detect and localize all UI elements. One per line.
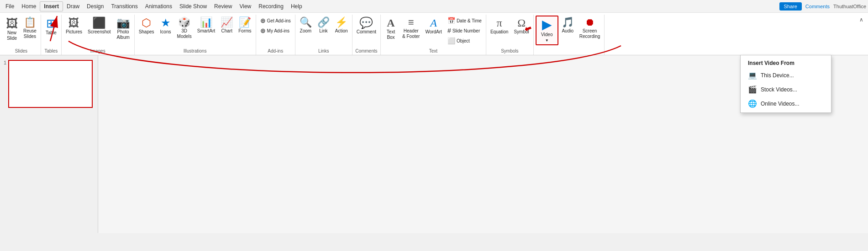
ribbon-content: 🖼 NewSlide 📋 ReuseSlides Slides ⊞ Table … [2,15,866,55]
comments-group-label: Comments [354,48,379,55]
media-group-items: ▶ Video ▼ 🎵 Audio ⏺ ScreenRecording [536,16,603,55]
date-time-button[interactable]: 📅 Date & Time [445,16,484,26]
reuse-slides-button[interactable]: 📋 ReuseSlides [21,16,39,41]
images-group-items: 🖼 Pictures ⬛ Screenshot 📷 PhotoAlbum [63,16,132,48]
text-group-items: A TextBox ≡ Header& Footer A WordArt 📅 D… [383,16,484,48]
action-button[interactable]: ⚡ Action [333,16,350,36]
this-device-item[interactable]: 💻 This Device... [741,68,831,82]
screen-recording-button[interactable]: ⏺ ScreenRecording [577,16,603,41]
my-addins-label: My Add-ins [267,28,289,33]
chart-button[interactable]: 📈 Chart [218,16,235,36]
zoom-button[interactable]: 🔍 Zoom [297,16,314,36]
new-slide-icon: 🖼 [6,17,18,29]
video-button[interactable]: ▶ Video ▼ [536,16,558,45]
menu-recording[interactable]: Recording [255,1,287,11]
slide-number-button[interactable]: # Slide Number [445,26,484,36]
wordart-button[interactable]: A WordArt [423,16,444,37]
addins-col: ⊕ Get Add-ins ⊕ My Add-ins [258,16,293,36]
text-extra-col: 📅 Date & Time # Slide Number ⬜ Object [445,16,484,46]
images-group-label: Images [63,48,132,55]
slides-group-items: 🖼 NewSlide 📋 ReuseSlides [4,16,39,48]
shapes-button[interactable]: ⬡ Shapes [137,16,157,37]
text-box-button[interactable]: A TextBox [383,16,399,42]
ribbon-collapse-button[interactable]: ∧ [857,16,865,24]
comment-label: Comment [357,29,376,35]
get-addins-button[interactable]: ⊕ Get Add-ins [258,16,293,26]
online-videos-item[interactable]: 🌐 Online Videos... [741,96,831,111]
menu-right-area: Share Comments ThuthuatOffice [779,2,867,11]
shapes-label: Shapes [139,29,154,35]
menu-home[interactable]: Home [18,1,40,11]
text-box-label: TextBox [387,29,395,40]
zoom-icon: 🔍 [300,17,312,27]
comment-button[interactable]: 💬 Comment [354,16,379,37]
stock-videos-icon: 🎬 [748,85,757,94]
comments-button[interactable]: Comments [805,4,830,9]
slide-thumbnail[interactable] [8,60,93,108]
chart-icon: 📈 [221,17,233,27]
icons-icon: ★ [161,17,171,28]
audio-button[interactable]: 🎵 Audio [559,16,576,36]
new-slide-button[interactable]: 🖼 NewSlide [4,16,20,43]
comments-group-items: 💬 Comment [354,16,379,48]
menu-review[interactable]: Review [210,1,236,11]
link-icon: 🔗 [317,17,330,27]
illustrations-group-items: ⬡ Shapes ★ Icons 🎲 3DModels 📊 SmartArt 📈 [137,16,254,48]
my-addins-button[interactable]: ⊕ My Add-ins [258,26,293,36]
stock-videos-item[interactable]: 🎬 Stock Videos... [741,82,831,96]
menu-view[interactable]: View [236,1,255,11]
screenshot-button[interactable]: ⬛ Screenshot [85,16,113,37]
link-button[interactable]: 🔗 Link [315,16,332,36]
menu-draw[interactable]: Draw [63,1,83,11]
ribbon-group-tables: ⊞ Table Tables [41,15,62,55]
screen-recording-label: ScreenRecording [579,28,600,39]
menu-transitions[interactable]: Transitions [107,1,141,11]
reuse-slides-icon: 📋 [24,17,36,27]
this-device-label: This Device... [761,72,794,79]
table-button[interactable]: ⊞ Table [43,16,59,37]
icons-button[interactable]: ★ Icons [158,16,174,37]
addins-group-items: ⊕ Get Add-ins ⊕ My Add-ins [258,16,293,48]
menu-file[interactable]: File [2,1,18,11]
date-time-icon: 📅 [447,17,455,24]
smartart-label: SmartArt [197,28,215,34]
illustrations-group-label: Illustrations [137,48,254,55]
ribbon-group-links: 🔍 Zoom 🔗 Link ⚡ Action Links [295,15,352,55]
screen-recording-icon: ⏺ [585,17,595,27]
header-footer-label: Header& Footer [402,28,420,39]
zoom-label: Zoom [300,28,312,34]
table-label: Table [46,30,57,36]
photo-album-button[interactable]: 📷 PhotoAlbum [114,16,132,42]
audio-label: Audio [562,28,573,34]
3d-models-button[interactable]: 🎲 3DModels [175,16,194,41]
slides-group-label: Slides [4,48,39,55]
menu-animations[interactable]: Animations [142,1,176,11]
menu-insert[interactable]: Insert [40,1,63,11]
forms-button[interactable]: 📝 Forms [236,16,253,36]
slide-number-icon: # [447,27,451,34]
slide-row-1: 1 [4,60,94,108]
link-label: Link [319,28,327,34]
screenshot-icon: ⬛ [92,17,106,28]
share-button[interactable]: Share [779,2,802,11]
header-footer-button[interactable]: ≡ Header& Footer [400,16,422,41]
object-button[interactable]: ⬜ Object [445,36,484,46]
video-label: Video [541,32,552,37]
3d-models-label: 3DModels [177,28,192,39]
menu-slideshow[interactable]: Slide Show [176,1,210,11]
date-time-label: Date & Time [457,18,482,23]
ribbon-group-comments: 💬 Comment Comments [352,15,381,55]
audio-icon: 🎵 [562,17,574,27]
menu-design[interactable]: Design [83,1,107,11]
this-device-icon: 💻 [748,71,757,80]
slide-panel: 1 [0,55,98,233]
action-icon: ⚡ [335,17,347,27]
menu-help[interactable]: Help [287,1,306,11]
pictures-button[interactable]: 🖼 Pictures [63,16,84,37]
text-group-label: Text [383,48,484,55]
smartart-button[interactable]: 📊 SmartArt [195,16,217,36]
symbols-group-label: Symbols [488,48,531,55]
equation-button[interactable]: π Equation [488,16,510,37]
photo-album-label: PhotoAlbum [116,29,129,40]
main-area: 1 [0,55,868,233]
